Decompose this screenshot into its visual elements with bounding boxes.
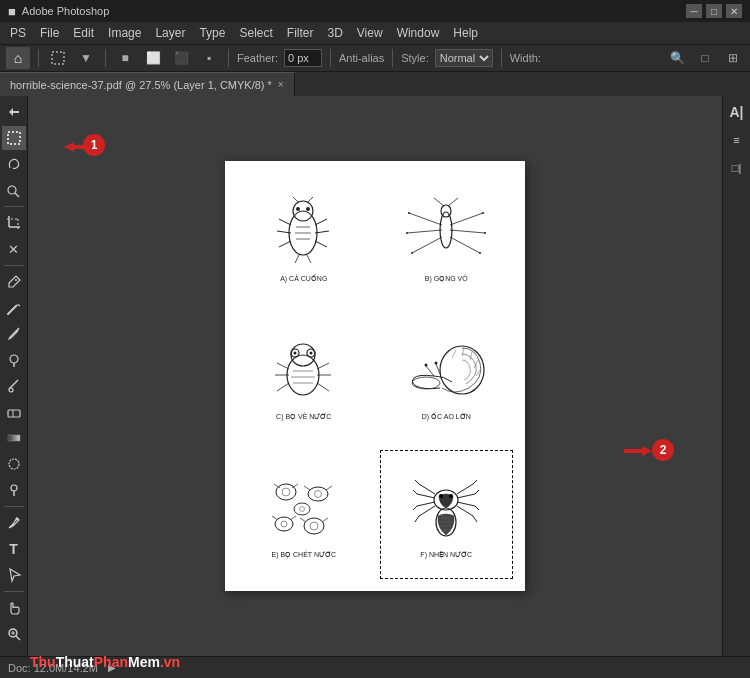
history-brush-tool[interactable] bbox=[2, 374, 26, 398]
menu-3d[interactable]: 3D bbox=[321, 24, 348, 42]
crop-tool[interactable] bbox=[2, 211, 26, 235]
anti-alias-label: Anti-alias bbox=[339, 52, 384, 64]
svg-point-64 bbox=[310, 352, 313, 355]
move-tool[interactable] bbox=[2, 100, 26, 124]
svg-line-92 bbox=[326, 486, 332, 490]
svg-point-63 bbox=[294, 352, 297, 355]
svg-line-82 bbox=[470, 352, 472, 360]
svg-line-45 bbox=[409, 213, 442, 225]
hand-tool[interactable] bbox=[2, 596, 26, 620]
tab-close-button[interactable]: × bbox=[278, 79, 284, 90]
adjustments-panel-btn[interactable]: □| bbox=[725, 156, 749, 180]
svg-line-116 bbox=[475, 490, 479, 494]
brush-tool[interactable] bbox=[2, 322, 26, 346]
pen-tool[interactable] bbox=[2, 511, 26, 535]
menu-view[interactable]: View bbox=[351, 24, 389, 42]
svg-line-114 bbox=[473, 480, 477, 484]
tab-document[interactable]: horrible-science-37.pdf @ 27.5% (Layer 1… bbox=[0, 72, 295, 96]
quick-select-tool[interactable] bbox=[2, 178, 26, 202]
feather-input[interactable] bbox=[284, 49, 322, 67]
status-arrow[interactable]: ▶ bbox=[108, 662, 116, 673]
menu-select[interactable]: Select bbox=[233, 24, 278, 42]
dodge-tool[interactable] bbox=[2, 478, 26, 502]
svg-point-85 bbox=[276, 484, 296, 500]
menu-bar: PS File Edit Image Layer Type Select Fil… bbox=[0, 22, 750, 44]
svg-point-55 bbox=[411, 252, 413, 254]
intersect-btn[interactable]: ⬜ bbox=[142, 47, 164, 69]
menu-ps[interactable]: PS bbox=[4, 24, 32, 42]
svg-point-44 bbox=[441, 205, 451, 217]
search-button[interactable]: 🔍 bbox=[666, 47, 688, 69]
blur-tool[interactable] bbox=[2, 452, 26, 476]
menu-help[interactable]: Help bbox=[447, 24, 484, 42]
home-button[interactable]: ⌂ bbox=[6, 47, 30, 69]
menu-window[interactable]: Window bbox=[391, 24, 446, 42]
svg-line-49 bbox=[450, 230, 485, 233]
stop-btn[interactable]: ■ bbox=[114, 47, 136, 69]
svg-point-54 bbox=[406, 232, 408, 234]
svg-point-10 bbox=[10, 355, 18, 363]
maximize-button[interactable]: □ bbox=[706, 4, 722, 18]
tool-separator-1 bbox=[4, 206, 24, 207]
menu-type[interactable]: Type bbox=[193, 24, 231, 42]
svg-line-80 bbox=[452, 350, 456, 358]
svg-line-47 bbox=[412, 237, 442, 253]
menu-file[interactable]: File bbox=[34, 24, 65, 42]
svg-line-68 bbox=[317, 363, 329, 369]
chevron-down-btn[interactable]: ▼ bbox=[75, 47, 97, 69]
svg-line-112 bbox=[415, 516, 419, 522]
text-tool[interactable]: T bbox=[2, 537, 26, 561]
lasso-tool[interactable] bbox=[2, 152, 26, 176]
svg-point-79 bbox=[434, 362, 437, 365]
clone-stamp-tool[interactable] bbox=[2, 348, 26, 372]
tab-bar: horrible-science-37.pdf @ 27.5% (Layer 1… bbox=[0, 72, 750, 96]
svg-point-56 bbox=[482, 212, 484, 214]
title-bar-controls[interactable]: ─ □ ✕ bbox=[686, 4, 742, 18]
tool-separator-4 bbox=[4, 591, 24, 592]
layers-panel-btn[interactable]: A| bbox=[725, 100, 749, 124]
healing-tool[interactable] bbox=[2, 296, 26, 320]
annotation-2: 2 bbox=[652, 439, 674, 461]
add-btn[interactable]: ▪ bbox=[198, 47, 220, 69]
gradient-tool[interactable] bbox=[2, 426, 26, 450]
annotation-2-arrow bbox=[624, 444, 652, 458]
menu-filter[interactable]: Filter bbox=[281, 24, 320, 42]
menu-image[interactable]: Image bbox=[102, 24, 147, 42]
svg-point-58 bbox=[479, 252, 481, 254]
zoom-tool[interactable] bbox=[2, 622, 26, 646]
insect-label-c: C) BỌ VÈ NƯỚC bbox=[276, 413, 331, 421]
menu-edit[interactable]: Edit bbox=[67, 24, 100, 42]
subtract-btn[interactable]: ⬛ bbox=[170, 47, 192, 69]
svg-line-46 bbox=[407, 230, 442, 233]
menu-layer[interactable]: Layer bbox=[149, 24, 191, 42]
properties-panel-btn[interactable]: ≡ bbox=[725, 128, 749, 152]
svg-line-84 bbox=[476, 370, 480, 376]
svg-line-105 bbox=[419, 484, 435, 494]
style-label: Style: bbox=[401, 52, 429, 64]
annotation-1-arrow bbox=[64, 140, 92, 154]
svg-point-122 bbox=[449, 494, 453, 498]
insect-drawing-a bbox=[259, 193, 349, 273]
frame-tool[interactable]: ✕ bbox=[2, 237, 26, 261]
svg-line-107 bbox=[417, 494, 435, 498]
path-selection-tool[interactable] bbox=[2, 563, 26, 587]
style-select[interactable]: Normal bbox=[435, 49, 493, 67]
marquee-options-btn[interactable] bbox=[47, 47, 69, 69]
marquee-tool[interactable] bbox=[2, 126, 26, 150]
svg-line-30 bbox=[279, 219, 291, 225]
svg-point-53 bbox=[408, 212, 410, 214]
eraser-tool[interactable] bbox=[2, 400, 26, 424]
svg-line-113 bbox=[457, 484, 473, 494]
svg-marker-20 bbox=[10, 569, 20, 581]
svg-point-16 bbox=[9, 459, 19, 469]
minimize-button[interactable]: ─ bbox=[686, 4, 702, 18]
svg-line-100 bbox=[322, 518, 328, 522]
tool-separator-3 bbox=[4, 506, 24, 507]
eyedropper-tool[interactable] bbox=[2, 270, 26, 294]
svg-line-33 bbox=[315, 219, 327, 225]
zoom-btn[interactable]: ⊞ bbox=[722, 47, 744, 69]
svg-line-106 bbox=[415, 480, 419, 484]
close-button[interactable]: ✕ bbox=[726, 4, 742, 18]
svg-line-51 bbox=[434, 198, 444, 206]
arrange-btn[interactable]: □ bbox=[694, 47, 716, 69]
